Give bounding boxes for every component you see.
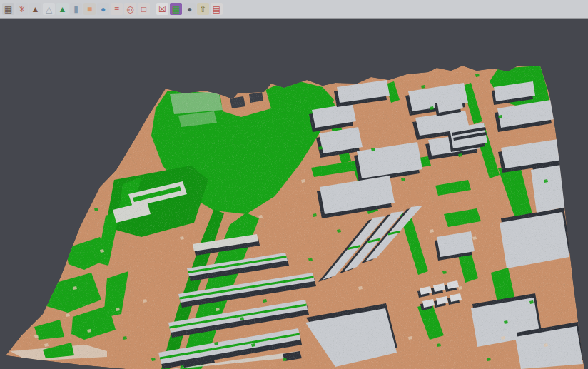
scatter-tool-icon-glyph: ✳ [18, 5, 25, 14]
globe-icon-glyph: ● [101, 5, 106, 14]
export-icon[interactable]: ⇧ [197, 3, 209, 15]
sphere-view-icon[interactable]: ● [183, 3, 196, 15]
layers-icon[interactable]: ≡ [111, 3, 123, 15]
clear-selection-icon-glyph: ☒ [158, 5, 166, 14]
classification-icon[interactable]: ▦ [170, 3, 182, 15]
sphere-view-icon-glyph: ● [187, 5, 192, 14]
clear-selection-icon[interactable]: ☒ [156, 3, 168, 15]
profile-icon[interactable]: ▮ [70, 3, 82, 15]
export-icon-glyph: ⇧ [199, 5, 206, 14]
surface-model-icon-glyph: ▲ [59, 5, 67, 14]
classification-icon-glyph: ▦ [172, 5, 180, 14]
orthophoto-icon[interactable]: ■ [83, 3, 96, 15]
target-icon[interactable]: ◎ [124, 3, 136, 15]
dataset-icon-glyph: ▦ [4, 5, 12, 14]
surface-model-icon[interactable]: ▲ [56, 3, 69, 15]
main-toolbar: ▦✳▲△▲▮■●≡◎□☒▦●⇧▤ [0, 0, 588, 19]
target-icon-glyph: ◎ [126, 5, 133, 14]
layers-icon-glyph: ≡ [114, 5, 119, 14]
wireframe-icon-glyph: △ [46, 5, 52, 14]
terrain-icon-glyph: ▲ [31, 5, 40, 14]
report-icon-glyph: ▤ [213, 5, 220, 14]
report-icon[interactable]: ▤ [211, 3, 223, 15]
bounds-icon[interactable]: □ [138, 3, 150, 15]
vegetation-dot [66, 215, 70, 218]
3d-viewport[interactable] [0, 19, 588, 369]
wireframe-icon[interactable]: △ [43, 3, 55, 15]
scatter-tool-icon[interactable]: ✳ [16, 3, 28, 15]
point-cloud-render[interactable] [0, 19, 588, 369]
globe-icon[interactable]: ● [97, 3, 109, 15]
bounds-icon-glyph: □ [141, 5, 146, 14]
profile-icon-glyph: ▮ [74, 5, 78, 14]
orthophoto-icon-glyph: ■ [87, 5, 92, 14]
toolbar-separator [151, 3, 156, 15]
terrain-icon[interactable]: ▲ [29, 3, 41, 15]
dataset-icon[interactable]: ▦ [2, 3, 14, 15]
vegetation-dot [51, 258, 56, 261]
pointcloud-grain-dark [0, 19, 588, 369]
